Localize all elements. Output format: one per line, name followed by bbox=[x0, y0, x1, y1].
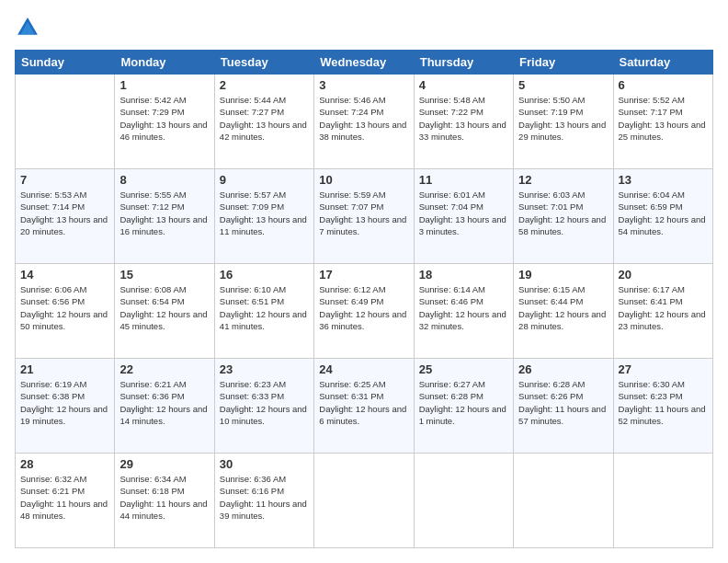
logo bbox=[15, 15, 44, 40]
day-cell: 15Sunrise: 6:08 AMSunset: 6:54 PMDayligh… bbox=[115, 264, 214, 359]
day-number: 30 bbox=[220, 457, 309, 471]
day-number: 5 bbox=[518, 78, 608, 92]
header bbox=[15, 15, 713, 40]
day-info: Sunrise: 6:10 AMSunset: 6:51 PMDaylight:… bbox=[220, 283, 309, 332]
day-number: 13 bbox=[619, 173, 708, 187]
day-number: 17 bbox=[319, 268, 408, 282]
week-row-4: 21Sunrise: 6:19 AMSunset: 6:38 PMDayligh… bbox=[16, 359, 713, 454]
day-info: Sunrise: 6:08 AMSunset: 6:54 PMDaylight:… bbox=[119, 283, 209, 332]
weekday-header-row: SundayMondayTuesdayWednesdayThursdayFrid… bbox=[16, 51, 713, 75]
day-cell: 20Sunrise: 6:17 AMSunset: 6:41 PMDayligh… bbox=[613, 264, 712, 359]
day-info: Sunrise: 6:28 AMSunset: 6:26 PMDaylight:… bbox=[518, 378, 608, 427]
day-number: 20 bbox=[619, 268, 708, 282]
day-number: 28 bbox=[20, 457, 109, 471]
day-number: 15 bbox=[119, 268, 209, 282]
day-cell: 22Sunrise: 6:21 AMSunset: 6:36 PMDayligh… bbox=[115, 359, 214, 454]
day-info: Sunrise: 6:03 AMSunset: 7:01 PMDaylight:… bbox=[518, 189, 608, 237]
day-info: Sunrise: 5:44 AMSunset: 7:27 PMDaylight:… bbox=[220, 94, 309, 143]
day-cell: 29Sunrise: 6:34 AMSunset: 6:18 PMDayligh… bbox=[115, 454, 214, 548]
day-info: Sunrise: 6:30 AMSunset: 6:23 PMDaylight:… bbox=[619, 378, 708, 427]
day-cell: 12Sunrise: 6:03 AMSunset: 7:01 PMDayligh… bbox=[514, 169, 613, 264]
day-cell bbox=[613, 454, 712, 548]
day-cell: 7Sunrise: 5:53 AMSunset: 7:14 PMDaylight… bbox=[16, 169, 115, 264]
day-number: 26 bbox=[518, 362, 608, 376]
weekday-header-friday: Friday bbox=[514, 51, 613, 75]
day-info: Sunrise: 6:15 AMSunset: 6:44 PMDaylight:… bbox=[518, 283, 608, 332]
day-cell: 2Sunrise: 5:44 AMSunset: 7:27 PMDaylight… bbox=[214, 75, 313, 169]
day-cell: 5Sunrise: 5:50 AMSunset: 7:19 PMDaylight… bbox=[514, 75, 613, 169]
day-cell: 26Sunrise: 6:28 AMSunset: 6:26 PMDayligh… bbox=[514, 359, 613, 454]
day-cell: 30Sunrise: 6:36 AMSunset: 6:16 PMDayligh… bbox=[214, 454, 313, 548]
weekday-header-wednesday: Wednesday bbox=[314, 51, 414, 75]
day-cell: 27Sunrise: 6:30 AMSunset: 6:23 PMDayligh… bbox=[613, 359, 712, 454]
day-info: Sunrise: 6:34 AMSunset: 6:18 PMDaylight:… bbox=[119, 473, 209, 522]
day-cell: 8Sunrise: 5:55 AMSunset: 7:12 PMDaylight… bbox=[115, 169, 214, 264]
day-number: 19 bbox=[518, 268, 608, 282]
weekday-header-tuesday: Tuesday bbox=[214, 51, 313, 75]
day-cell bbox=[314, 454, 414, 548]
day-cell: 9Sunrise: 5:57 AMSunset: 7:09 PMDaylight… bbox=[214, 169, 313, 264]
day-cell: 3Sunrise: 5:46 AMSunset: 7:24 PMDaylight… bbox=[314, 75, 414, 169]
day-number: 11 bbox=[419, 173, 508, 187]
day-number: 22 bbox=[119, 362, 209, 376]
day-cell: 25Sunrise: 6:27 AMSunset: 6:28 PMDayligh… bbox=[414, 359, 513, 454]
day-cell: 24Sunrise: 6:25 AMSunset: 6:31 PMDayligh… bbox=[314, 359, 414, 454]
day-cell bbox=[414, 454, 513, 548]
day-number: 24 bbox=[319, 362, 408, 376]
day-info: Sunrise: 6:06 AMSunset: 6:56 PMDaylight:… bbox=[20, 283, 109, 332]
day-number: 9 bbox=[220, 173, 309, 187]
day-info: Sunrise: 5:53 AMSunset: 7:14 PMDaylight:… bbox=[20, 189, 109, 237]
day-number: 14 bbox=[20, 268, 109, 282]
weekday-header-saturday: Saturday bbox=[613, 51, 712, 75]
day-number: 7 bbox=[20, 173, 109, 187]
day-number: 3 bbox=[319, 78, 408, 92]
day-cell: 23Sunrise: 6:23 AMSunset: 6:33 PMDayligh… bbox=[214, 359, 313, 454]
day-cell: 28Sunrise: 6:32 AMSunset: 6:21 PMDayligh… bbox=[16, 454, 115, 548]
week-row-2: 7Sunrise: 5:53 AMSunset: 7:14 PMDaylight… bbox=[16, 169, 713, 264]
day-cell: 18Sunrise: 6:14 AMSunset: 6:46 PMDayligh… bbox=[414, 264, 513, 359]
day-number: 29 bbox=[119, 457, 209, 471]
logo-icon bbox=[15, 15, 40, 40]
day-number: 23 bbox=[220, 362, 309, 376]
day-cell: 14Sunrise: 6:06 AMSunset: 6:56 PMDayligh… bbox=[16, 264, 115, 359]
day-info: Sunrise: 6:27 AMSunset: 6:28 PMDaylight:… bbox=[419, 378, 508, 427]
day-info: Sunrise: 6:17 AMSunset: 6:41 PMDaylight:… bbox=[619, 283, 708, 332]
day-number: 8 bbox=[119, 173, 209, 187]
day-info: Sunrise: 5:55 AMSunset: 7:12 PMDaylight:… bbox=[119, 189, 209, 237]
day-info: Sunrise: 5:59 AMSunset: 7:07 PMDaylight:… bbox=[319, 189, 408, 237]
day-info: Sunrise: 5:42 AMSunset: 7:29 PMDaylight:… bbox=[119, 94, 209, 143]
day-cell: 21Sunrise: 6:19 AMSunset: 6:38 PMDayligh… bbox=[16, 359, 115, 454]
day-number: 1 bbox=[119, 78, 209, 92]
day-info: Sunrise: 5:52 AMSunset: 7:17 PMDaylight:… bbox=[619, 94, 708, 143]
day-number: 6 bbox=[619, 78, 708, 92]
day-cell: 11Sunrise: 6:01 AMSunset: 7:04 PMDayligh… bbox=[414, 169, 513, 264]
day-cell bbox=[16, 75, 115, 169]
day-cell bbox=[514, 454, 613, 548]
day-cell: 6Sunrise: 5:52 AMSunset: 7:17 PMDaylight… bbox=[613, 75, 712, 169]
day-cell: 4Sunrise: 5:48 AMSunset: 7:22 PMDaylight… bbox=[414, 75, 513, 169]
day-info: Sunrise: 6:12 AMSunset: 6:49 PMDaylight:… bbox=[319, 283, 408, 332]
week-row-3: 14Sunrise: 6:06 AMSunset: 6:56 PMDayligh… bbox=[16, 264, 713, 359]
day-number: 16 bbox=[220, 268, 309, 282]
day-info: Sunrise: 6:01 AMSunset: 7:04 PMDaylight:… bbox=[419, 189, 508, 237]
day-info: Sunrise: 6:23 AMSunset: 6:33 PMDaylight:… bbox=[220, 378, 309, 427]
calendar-table: SundayMondayTuesdayWednesdayThursdayFrid… bbox=[15, 50, 713, 548]
day-number: 12 bbox=[518, 173, 608, 187]
week-row-1: 1Sunrise: 5:42 AMSunset: 7:29 PMDaylight… bbox=[16, 75, 713, 169]
day-number: 2 bbox=[220, 78, 309, 92]
day-number: 27 bbox=[619, 362, 708, 376]
day-info: Sunrise: 6:14 AMSunset: 6:46 PMDaylight:… bbox=[419, 283, 508, 332]
day-info: Sunrise: 6:36 AMSunset: 6:16 PMDaylight:… bbox=[220, 473, 309, 522]
day-number: 4 bbox=[419, 78, 508, 92]
day-cell: 19Sunrise: 6:15 AMSunset: 6:44 PMDayligh… bbox=[514, 264, 613, 359]
week-row-5: 28Sunrise: 6:32 AMSunset: 6:21 PMDayligh… bbox=[16, 454, 713, 548]
day-cell: 17Sunrise: 6:12 AMSunset: 6:49 PMDayligh… bbox=[314, 264, 414, 359]
day-info: Sunrise: 6:32 AMSunset: 6:21 PMDaylight:… bbox=[20, 473, 109, 522]
day-info: Sunrise: 6:19 AMSunset: 6:38 PMDaylight:… bbox=[20, 378, 109, 427]
day-number: 10 bbox=[319, 173, 408, 187]
page: SundayMondayTuesdayWednesdayThursdayFrid… bbox=[0, 0, 728, 563]
day-info: Sunrise: 5:50 AMSunset: 7:19 PMDaylight:… bbox=[518, 94, 608, 143]
day-info: Sunrise: 6:04 AMSunset: 6:59 PMDaylight:… bbox=[619, 189, 708, 237]
day-number: 21 bbox=[20, 362, 109, 376]
day-info: Sunrise: 6:21 AMSunset: 6:36 PMDaylight:… bbox=[119, 378, 209, 427]
